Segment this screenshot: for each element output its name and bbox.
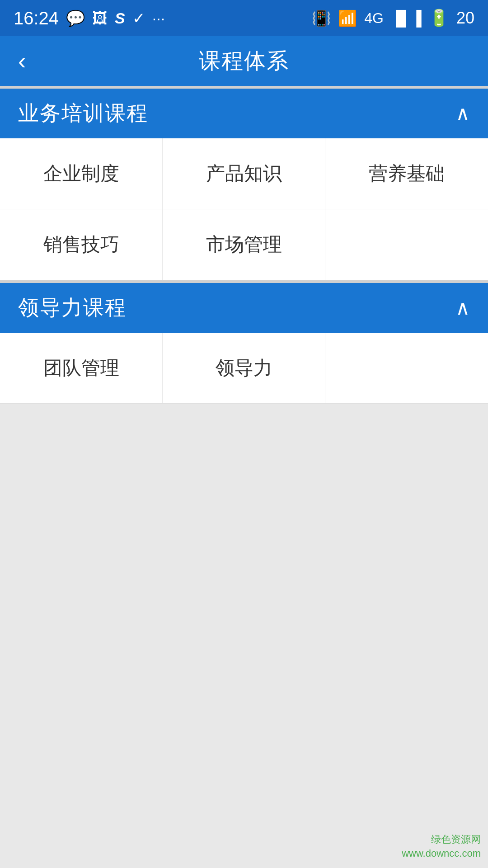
course-item-企业制度[interactable]: 企业制度 xyxy=(0,138,163,209)
vibrate-icon: 📳 xyxy=(312,9,331,27)
network-type: 4G xyxy=(364,10,384,27)
course-item-empty2 xyxy=(325,333,488,403)
watermark-line2: www.downcc.com xyxy=(402,847,481,861)
battery-icon: 🔋 xyxy=(429,9,449,28)
empty-content-area xyxy=(0,404,488,868)
image-icon: 🖼 xyxy=(92,9,108,27)
course-item-市场管理[interactable]: 市场管理 xyxy=(163,209,325,280)
status-bar: 16:24 💬 🖼 S ✓ ··· 📳 📶 4G ▐▌▐ 🔋 20 xyxy=(0,0,488,36)
watermark: 绿色资源网 www.downcc.com xyxy=(402,833,481,861)
app-header: ‹ 课程体系 xyxy=(0,36,488,86)
business-items-grid: 企业制度 产品知识 营养基础 销售技巧 市场管理 xyxy=(0,138,488,280)
watermark-line1: 绿色资源网 xyxy=(402,833,481,847)
section-header-business[interactable]: 业务培训课程 ∧ xyxy=(0,89,488,138)
course-item-empty1 xyxy=(325,209,488,280)
course-item-产品知识[interactable]: 产品知识 xyxy=(163,138,325,209)
course-item-领导力[interactable]: 领导力 xyxy=(163,333,325,403)
section-title-business: 业务培训课程 xyxy=(18,99,148,127)
content-area: 业务培训课程 ∧ 企业制度 产品知识 营养基础 销售技巧 市场管理 领导力课程 … xyxy=(0,86,488,868)
course-item-销售技巧[interactable]: 销售技巧 xyxy=(0,209,163,280)
section-title-leadership: 领导力课程 xyxy=(18,294,127,322)
leadership-items-grid: 团队管理 领导力 xyxy=(0,333,488,404)
battery-level: 20 xyxy=(456,9,474,28)
chat-icon: 💬 xyxy=(66,9,85,27)
wifi-icon: 📶 xyxy=(338,9,357,27)
course-item-营养基础[interactable]: 营养基础 xyxy=(325,138,488,209)
page-title: 课程体系 xyxy=(199,47,289,75)
chevron-up-icon-leadership: ∧ xyxy=(455,298,470,318)
section-header-leadership[interactable]: 领导力课程 ∧ xyxy=(0,283,488,333)
course-item-团队管理[interactable]: 团队管理 xyxy=(0,333,163,403)
check-icon: ✓ xyxy=(132,9,145,27)
chevron-up-icon-business: ∧ xyxy=(455,104,470,123)
status-right: 📳 📶 4G ▐▌▐ 🔋 20 xyxy=(312,9,474,28)
back-button[interactable]: ‹ xyxy=(18,49,26,73)
status-left: 16:24 💬 🖼 S ✓ ··· xyxy=(14,8,165,28)
s-icon: S xyxy=(115,9,125,27)
more-icon: ··· xyxy=(152,9,165,27)
status-time: 16:24 xyxy=(14,8,59,28)
signal-bars: ▐▌▐ xyxy=(391,10,422,27)
